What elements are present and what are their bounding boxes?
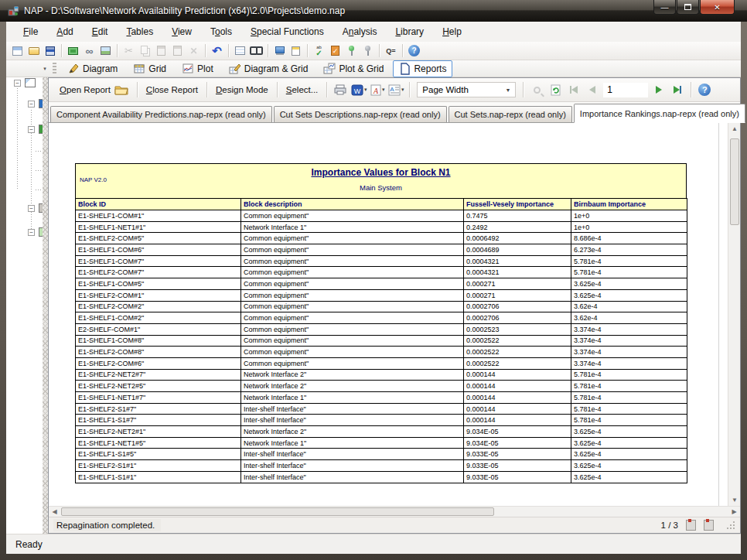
scroll-right-icon[interactable]: ▶	[728, 507, 740, 517]
next-page-button[interactable]	[650, 81, 668, 98]
hardware-button[interactable]	[65, 43, 81, 59]
panel-splitter[interactable]	[43, 77, 48, 534]
tree-expand-toggle[interactable]: −	[28, 101, 35, 108]
zoom-select[interactable]: Page Width ▼	[417, 82, 516, 97]
table-cell: E1-SHELF2-S1#7"	[76, 403, 241, 415]
vertical-scrollbar[interactable]: ▲ ▼	[728, 123, 740, 506]
scroll-down-icon[interactable]: ▼	[728, 494, 740, 506]
menu-tools[interactable]: Tools	[201, 24, 241, 39]
last-page-icon	[674, 86, 680, 94]
plot-grid-icon	[323, 63, 336, 75]
vertical-scroll-thumb[interactable]	[730, 138, 739, 225]
view-button-label: Reports	[414, 63, 446, 74]
table-row: E1-SHELF1-COM#1"Common equipment"0.74751…	[76, 210, 687, 222]
view-button-reports[interactable]: Reports	[393, 60, 452, 77]
dropdown-arrow-icon: ▾	[382, 87, 385, 93]
menu-library[interactable]: Library	[386, 24, 433, 39]
menu-file[interactable]: File	[14, 24, 47, 39]
table-row: E1-SHELF1-S1#7"Inter-shelf Interface"0.0…	[76, 415, 687, 426]
previous-page-button[interactable]	[583, 81, 602, 98]
menu-view[interactable]: View	[162, 24, 201, 39]
menu-special-functions[interactable]: Special Functions	[241, 24, 333, 39]
export-text-button[interactable]: A▾	[387, 81, 405, 98]
find-button[interactable]	[248, 43, 264, 59]
paste-button[interactable]	[153, 43, 169, 59]
design-mode-button[interactable]: Design Mode	[211, 83, 273, 97]
export-word-button[interactable]: W▾	[350, 81, 368, 98]
view-button-diagram-grid[interactable]: Diagram & Grid	[223, 60, 315, 77]
new-project-button[interactable]	[9, 43, 26, 59]
select-button[interactable]: Select...	[281, 83, 323, 97]
validate-button[interactable]	[327, 43, 343, 59]
help-button[interactable]	[406, 43, 422, 59]
new-project-icon	[12, 46, 22, 56]
first-page-button[interactable]	[565, 81, 583, 98]
table-cell: 0.000271	[464, 278, 571, 290]
print-button[interactable]	[331, 81, 350, 98]
zoom-tool-button[interactable]	[527, 81, 546, 98]
report-tab-0[interactable]: Component Availability Predictions.nap-r…	[50, 106, 272, 122]
tree-expand-toggle[interactable]: −	[28, 126, 35, 133]
toolbar-overflow-icon[interactable]: ▾	[40, 63, 49, 74]
report-tab-1[interactable]: Cut Sets Descriptions.nap-repx (read onl…	[274, 106, 447, 122]
delete-button[interactable]	[186, 43, 202, 59]
undo-button[interactable]	[209, 43, 225, 59]
page-setup-icon[interactable]	[704, 520, 714, 531]
project-node-icon[interactable]	[25, 78, 36, 87]
view-button-plot[interactable]: Plot	[176, 60, 220, 77]
minimize-button[interactable]: —	[653, 0, 676, 15]
report-tab-2[interactable]: Cut Sets.nap-repx (read only)	[449, 106, 572, 122]
view-button-diagram[interactable]: Diagram	[61, 60, 124, 77]
pin-green-button[interactable]	[343, 43, 360, 59]
tree-expand-toggle[interactable]: −	[14, 80, 21, 87]
view-button-plot-grid[interactable]: Plot & Grid	[317, 60, 390, 77]
report-tab-3[interactable]: Importance Rankings.nap-repx (read only)	[574, 104, 745, 123]
menu-add[interactable]: Add	[47, 24, 82, 39]
image-button[interactable]	[97, 43, 114, 59]
notes-button[interactable]	[288, 43, 304, 59]
copy-grid-button[interactable]	[232, 43, 248, 59]
horizontal-scrollbar[interactable]: ◀ ▶	[49, 506, 740, 517]
table-cell: 9.034E-05	[464, 426, 571, 438]
copy-button[interactable]	[137, 43, 153, 59]
plot-icon	[182, 63, 194, 75]
workstation-button[interactable]	[271, 43, 288, 59]
refresh-button[interactable]	[546, 81, 565, 98]
open-project-button[interactable]	[26, 43, 42, 59]
menu-analysis[interactable]: Analysis	[333, 24, 387, 39]
page-margins-icon[interactable]	[686, 520, 696, 531]
maximize-button[interactable]	[677, 0, 699, 15]
close-button[interactable]: ✕	[700, 0, 735, 15]
menu-tables[interactable]: Tables	[117, 24, 162, 39]
last-page-button[interactable]	[668, 81, 687, 98]
close-report-button[interactable]: Close Report	[142, 83, 203, 97]
cut-button[interactable]	[121, 43, 137, 59]
help-button[interactable]: ?	[695, 81, 714, 98]
spell-check-button[interactable]	[311, 43, 327, 59]
resize-grip[interactable]	[726, 521, 735, 530]
tree-expand-toggle[interactable]: −	[28, 229, 35, 236]
link-button[interactable]	[81, 43, 97, 59]
toolbar-drag-handle[interactable]	[53, 63, 56, 74]
page-number-input[interactable]: 1	[603, 83, 648, 97]
project-tree-panel[interactable]: −−−−−	[6, 77, 43, 534]
view-button-grid[interactable]: Grid	[127, 60, 172, 77]
open-report-button[interactable]: Open Report	[55, 82, 133, 97]
table-cell: Common equipment"	[241, 312, 464, 324]
table-row: E1-SHELF1-NET1#7"Network Interface 1"0.0…	[76, 392, 687, 404]
scroll-left-icon[interactable]: ◀	[49, 507, 60, 517]
table-cell: 5.781e-4	[571, 403, 687, 415]
separator	[402, 44, 403, 57]
menu-edit[interactable]: Edit	[83, 24, 118, 39]
query-button[interactable]	[383, 43, 399, 59]
tree-expand-toggle[interactable]: −	[28, 205, 35, 212]
paste-special-button[interactable]	[169, 43, 186, 59]
pin-gray-button[interactable]	[360, 43, 376, 59]
scroll-up-icon[interactable]: ▲	[728, 123, 740, 135]
menu-help[interactable]: Help	[433, 24, 471, 39]
table-cell: 0.000144	[464, 392, 571, 404]
table-cell: Common equipment"	[241, 357, 464, 369]
horizontal-scroll-thumb[interactable]	[61, 507, 494, 516]
save-button[interactable]	[42, 43, 58, 59]
export-pdf-button[interactable]: A▾	[368, 81, 387, 98]
